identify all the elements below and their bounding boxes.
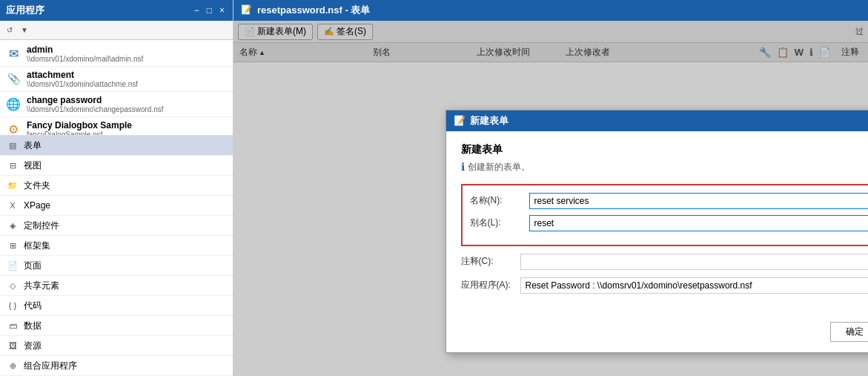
nav-item-xpage[interactable]: X XPage (0, 196, 233, 216)
right-header-icon: 📝 (241, 4, 253, 16)
db-path-attachment: \\domsrv01/xdomino\attachme.nsf (27, 80, 138, 88)
nav-label-custom: 定制控件 (24, 220, 59, 232)
form-select-app[interactable]: Reset Password : \\domsrv01/xdomino\rese… (520, 277, 869, 294)
dialog-hint-icon: ℹ (461, 161, 465, 173)
dialog-title-icon: 📝 (454, 115, 466, 126)
nav-icon-forms: ▤ (6, 139, 19, 152)
nav-item-data[interactable]: 🗃 数据 (0, 316, 233, 336)
nav-item-forms[interactable]: ▤ 表单 (0, 136, 233, 156)
nav-label-resources: 资源 (24, 340, 42, 352)
right-panel-title: resetpassword.nsf - 表单 (257, 4, 370, 17)
form-label-comment: 注释(C): (461, 255, 520, 268)
db-icon-fancy: ⚙ (4, 120, 22, 135)
form-input-alias[interactable] (529, 215, 869, 231)
left-panel-header: 应用程序 − □ × (0, 0, 233, 21)
close-button[interactable]: × (217, 5, 227, 16)
nav-item-composite[interactable]: ⊕ 组合应用程序 (0, 356, 233, 376)
app-container: 应用程序 − □ × ↺ ▼ ✉ admin \\domsrv01/xdomin… (0, 0, 868, 376)
toolbar-icon-2[interactable]: ▼ (18, 24, 31, 37)
db-info-changepassword: change password \\domsrv01/xdomino\chang… (27, 95, 164, 113)
nav-label-views: 视图 (24, 159, 42, 172)
form-row-name: 名称(N): (470, 193, 869, 209)
dialog-footer: 确定 取消 (446, 316, 869, 352)
db-name-changepassword: change password (27, 95, 164, 105)
right-panel-header: 📝 resetpassword.nsf - 表单 (233, 0, 868, 21)
nav-item-resources[interactable]: 🖼 资源 (0, 336, 233, 356)
form-highlighted-fields: 名称(N): 别名(L): (461, 184, 869, 246)
toolbar-icon-1[interactable]: ↺ (3, 24, 16, 37)
db-info-fancy: Fancy Dialogbox Sample fancyDialogSample… (27, 120, 132, 135)
new-form-dialog: 📝 新建表单 × 新建表单 ℹ 创建新的表单。 名称(N (445, 110, 869, 353)
db-info-admin: admin \\domsrv01/xdomino/mail\admin.nsf (27, 44, 143, 63)
left-panel: 应用程序 − □ × ↺ ▼ ✉ admin \\domsrv01/xdomin… (0, 0, 233, 376)
db-path-changepassword: \\domsrv01/xdomino\changepassword.nsf (27, 105, 164, 113)
form-row-alias: 别名(L): (470, 215, 869, 231)
right-panel: 📝 resetpassword.nsf - 表单 📄 新建表单(M) ✍ 签名(… (233, 0, 868, 376)
right-content: 📄 新建表单(M) ✍ 签名(S) 过 名称 ▲ 别名 (233, 21, 868, 376)
dialog-overlay: 📝 新建表单 × 新建表单 ℹ 创建新的表单。 名称(N (233, 21, 868, 376)
dialog-ok-button[interactable]: 确定 (830, 322, 869, 342)
form-label-alias: 别名(L): (470, 217, 529, 229)
form-row-comment: 注释(C): (461, 254, 869, 270)
nav-item-page[interactable]: 📄 页面 (0, 256, 233, 276)
dialog-title: 📝 新建表单 (454, 114, 508, 128)
dialog-hint: ℹ 创建新的表单。 (461, 161, 869, 174)
db-path-admin: \\domsrv01/xdomino/mail\admin.nsf (27, 55, 143, 63)
nav-item-code[interactable]: { } 代码 (0, 296, 233, 316)
db-item-admin[interactable]: ✉ admin \\domsrv01/xdomino/mail\admin.ns… (0, 42, 233, 67)
nav-icon-composite: ⊕ (6, 359, 19, 372)
maximize-button[interactable]: □ (205, 5, 214, 16)
minimize-button[interactable]: − (192, 5, 202, 16)
left-toolbar: ↺ ▼ (0, 21, 233, 40)
db-name-attachment: attachment (27, 70, 138, 80)
dialog-section-title: 新建表单 (461, 143, 869, 156)
dialog-header: 📝 新建表单 × (446, 111, 869, 131)
left-header-controls: − □ × (192, 5, 227, 16)
nav-label-folders: 文件夹 (24, 179, 50, 192)
nav-icon-frameset: ⊞ (6, 239, 19, 252)
nav-item-shared[interactable]: ◇ 共享元素 (0, 276, 233, 296)
nav-label-code: 代码 (24, 300, 42, 312)
nav-icon-page: 📄 (6, 259, 19, 272)
nav-icon-shared: ◇ (6, 279, 19, 292)
nav-label-composite: 组合应用程序 (24, 360, 77, 372)
db-icon-changepassword: 🌐 (4, 95, 22, 113)
form-input-comment[interactable] (520, 254, 869, 270)
db-item-fancy[interactable]: ⚙ Fancy Dialogbox Sample fancyDialogSamp… (0, 117, 233, 135)
db-item-changepassword[interactable]: 🌐 change password \\domsrv01/xdomino\cha… (0, 92, 233, 117)
nav-item-frameset[interactable]: ⊞ 框架集 (0, 236, 233, 256)
nav-icon-xpage: X (6, 199, 19, 212)
db-info-attachment: attachment \\domsrv01/xdomino\attachme.n… (27, 70, 138, 88)
nav-label-forms: 表单 (24, 139, 42, 152)
form-input-name[interactable] (529, 193, 869, 209)
nav-icon-data: 🗃 (6, 319, 19, 332)
nav-icon-code: { } (6, 299, 19, 312)
dialog-body: 新建表单 ℹ 创建新的表单。 名称(N): 别名(L): (446, 131, 869, 316)
nav-icon-views: ⊟ (6, 159, 19, 172)
db-name-admin: admin (27, 44, 143, 55)
nav-label-shared: 共享元素 (24, 280, 59, 292)
form-row-app: 应用程序(A): Reset Password : \\domsrv01/xdo… (461, 277, 869, 294)
nav-item-views[interactable]: ⊟ 视图 (0, 156, 233, 176)
db-item-attachment[interactable]: 📎 attachment \\domsrv01/xdomino\attachme… (0, 67, 233, 92)
left-panel-title: 应用程序 (6, 4, 44, 17)
nav-item-custom[interactable]: ◈ 定制控件 (0, 216, 233, 236)
nav-item-folders[interactable]: 📁 文件夹 (0, 176, 233, 196)
nav-label-data: 数据 (24, 320, 42, 332)
database-list: ✉ admin \\domsrv01/xdomino/mail\admin.ns… (0, 40, 233, 135)
nav-icon-folders: 📁 (6, 179, 19, 192)
db-icon-admin: ✉ (4, 44, 22, 62)
nav-label-frameset: 框架集 (24, 240, 50, 252)
nav-label-xpage: XPage (24, 200, 50, 211)
nav-list: ▤ 表单 ⊟ 视图 📁 文件夹 X XPage ◈ 定制控件 ⊞ 框架集 (0, 135, 233, 376)
dialog-hint-text: 创建新的表单。 (468, 161, 530, 174)
form-label-name: 名称(N): (470, 194, 529, 207)
form-label-app: 应用程序(A): (461, 279, 520, 291)
nav-icon-custom: ◈ (6, 219, 19, 232)
db-icon-attachment: 📎 (4, 70, 22, 88)
nav-icon-resources: 🖼 (6, 339, 19, 352)
db-name-fancy: Fancy Dialogbox Sample (27, 120, 132, 131)
nav-label-page: 页面 (24, 260, 42, 272)
